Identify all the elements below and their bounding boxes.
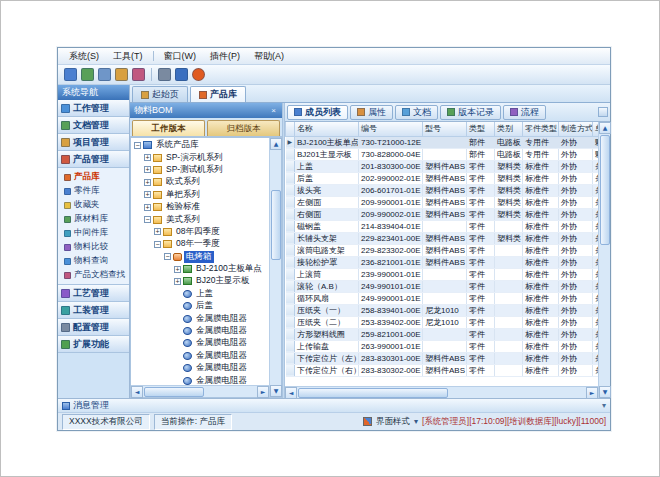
nav-section[interactable]: 项目管理 <box>58 134 129 151</box>
expander-icon[interactable]: + <box>144 154 151 161</box>
row-selector[interactable] <box>286 160 295 172</box>
column-header[interactable]: 名称 <box>295 122 359 136</box>
layout-icon[interactable] <box>598 107 608 117</box>
document-tab[interactable]: 起始页 <box>132 86 188 102</box>
row-selector[interactable] <box>286 208 295 220</box>
chevron-down-icon[interactable]: ▾ <box>602 401 606 410</box>
row-selector[interactable]: ▶ <box>286 136 295 148</box>
tree-item[interactable]: + SP-演示机系列 <box>131 151 269 163</box>
expander-icon[interactable]: − <box>164 253 171 260</box>
expander-icon[interactable]: + <box>174 266 181 273</box>
scroll-left-icon[interactable]: ◄ <box>131 386 143 398</box>
table-row[interactable]: 方形塑料线圈 259-821001-00E 零件 标准件 外协 <box>286 328 599 340</box>
expander-icon[interactable]: + <box>144 191 151 198</box>
navigation-icon[interactable] <box>81 68 94 81</box>
tree-item[interactable]: 金属膜电阻器 <box>131 337 269 349</box>
column-header[interactable]: 类别 <box>495 122 523 136</box>
style-label[interactable]: 界面样式 <box>376 416 410 428</box>
row-selector[interactable] <box>286 292 295 304</box>
tree-vertical-scrollbar[interactable]: ▲ ▼ <box>269 138 281 397</box>
table-row[interactable]: 上滚筒 239-990001-01E 零件 标准件 外协 条 <box>286 268 599 280</box>
table-row[interactable]: 拔头亮 206-601701-01E 塑料件ABS 零件 塑料类 标准件 外协 <box>286 184 599 196</box>
menu-item[interactable]: 窗口(W) <box>157 48 204 65</box>
row-selector[interactable] <box>286 172 295 184</box>
row-selector[interactable] <box>286 328 295 340</box>
row-selector[interactable] <box>286 340 295 352</box>
expander-icon[interactable]: − <box>144 216 151 223</box>
nav-item[interactable]: 中间件库 <box>58 226 129 240</box>
version-tab[interactable]: 工作版本 <box>132 120 205 136</box>
nav-section[interactable]: 文档管理 <box>58 117 129 134</box>
table-horizontal-scrollbar[interactable]: ◄ ► <box>285 386 598 398</box>
detail-tab[interactable]: 属性 <box>350 105 393 120</box>
tree-item[interactable]: 后盖 <box>131 300 269 312</box>
table-vertical-scrollbar[interactable]: ▲ ▼ <box>598 122 610 398</box>
nav-item[interactable]: 产品库 <box>58 170 129 184</box>
nav-item[interactable]: 物料比较 <box>58 240 129 254</box>
expander-icon[interactable]: − <box>154 241 161 248</box>
table-row[interactable]: 压纸夹（一） 258-839401-00E 尼龙1010 零件 标准件 外协 <box>286 304 599 316</box>
menu-item[interactable]: 系统(S) <box>62 48 106 65</box>
help-icon[interactable] <box>175 68 188 81</box>
detail-tab[interactable]: 文档 <box>395 105 438 120</box>
tree-item[interactable]: + 欧式系列 <box>131 176 269 188</box>
scroll-up-icon[interactable]: ▲ <box>599 122 611 134</box>
table-row[interactable]: 后盖 202-990002-01E 塑料件ABS 零件 塑料类 标准件 外协 <box>286 172 599 184</box>
scrollbar-thumb[interactable] <box>144 387 204 397</box>
table-row[interactable]: 左侧面 209-990001-01E 塑料件ABS 零件 塑料类 标准件 外协 <box>286 196 599 208</box>
nav-section[interactable]: 工艺管理 <box>58 285 129 302</box>
nav-item[interactable]: 原材料库 <box>58 212 129 226</box>
row-selector[interactable] <box>286 256 295 268</box>
table-row[interactable]: 长辅头支架 229-823401-00E 塑料件ABS 零件 塑料类 标准件 外… <box>286 232 599 244</box>
row-selector[interactable] <box>286 280 295 292</box>
table-row[interactable]: 上传输盘 263-990001-01E 零件 标准件 外协 <box>286 340 599 352</box>
nav-item[interactable]: 零件库 <box>58 184 129 198</box>
table-row[interactable]: 下传定位片（左） 283-830301-00E 塑料件ABS 零件 标准件 外协 <box>286 352 599 364</box>
nav-section[interactable]: 产品管理 <box>58 151 129 168</box>
table-row[interactable]: 接轮松护罩 236-821001-01E 塑料件ABS 零件 标准件 外协 <box>286 256 599 268</box>
scroll-right-icon[interactable]: ► <box>257 386 269 398</box>
nav-section[interactable]: 工装管理 <box>58 302 129 319</box>
scrollbar-thumb[interactable] <box>271 190 281 260</box>
document-tab[interactable]: 产品库 <box>190 86 246 102</box>
tree-item[interactable]: − 电烤箱 <box>131 251 269 263</box>
tree-item[interactable]: + BJ-2100主板单点 <box>131 263 269 275</box>
tree-item[interactable]: + 单把系列 <box>131 189 269 201</box>
tree-horizontal-scrollbar[interactable]: ◄ ► <box>131 385 269 397</box>
tree-item[interactable]: 金属膜电阻器 <box>131 362 269 374</box>
row-selector[interactable] <box>286 232 295 244</box>
detail-tab[interactable]: 版本记录 <box>440 105 501 120</box>
row-selector[interactable] <box>286 304 295 316</box>
row-selector[interactable] <box>286 316 295 328</box>
row-selector[interactable] <box>286 220 295 232</box>
tree-item[interactable]: 上盖 <box>131 288 269 300</box>
menu-item[interactable]: 工具(T) <box>106 48 150 65</box>
table-row[interactable]: ▶ BJ-2100主板单点 730-T21000-12E 部件 电路板 专用件 <box>286 136 599 148</box>
tree-item[interactable]: 金属膜电阻器 <box>131 325 269 337</box>
column-header[interactable]: 制造方式 <box>559 122 593 136</box>
scrollbar-thumb[interactable] <box>298 388 448 398</box>
expander-icon[interactable]: + <box>144 166 151 173</box>
column-header[interactable]: 类型 <box>467 122 495 136</box>
menu-item[interactable]: 帮助(A) <box>247 48 291 65</box>
tree-item[interactable]: + SP-测试机系列 <box>131 164 269 176</box>
tree-item[interactable]: 金属膜电阻器 <box>131 312 269 324</box>
logout-icon[interactable] <box>192 68 205 81</box>
nav-item[interactable]: 物料查询 <box>58 254 129 268</box>
tree-item[interactable]: − 美式系列 <box>131 213 269 225</box>
tree-item[interactable]: − 系统产品库 <box>131 139 269 151</box>
tree-item[interactable]: − 08年一季度 <box>131 238 269 250</box>
expander-icon[interactable]: − <box>134 142 141 149</box>
table-row[interactable]: 上盖 201-830300-00E 塑料件ABS 零件 塑料类 标准件 外协 <box>286 160 599 172</box>
table-row[interactable]: 滚筒电路支架 229-823302-00E 塑料件ABS 零件 标准件 外协 <box>286 244 599 256</box>
table-row[interactable]: BJ201主显示板 730-828000-04E 部件 电路板 专用件 外协 <box>286 148 599 160</box>
nav-section[interactable]: 配置管理 <box>58 319 129 336</box>
mail-icon[interactable] <box>132 68 145 81</box>
row-selector[interactable] <box>286 244 295 256</box>
tree-item[interactable]: + 检验标准 <box>131 201 269 213</box>
table-row[interactable]: 压纸夹（二） 253-839402-00E 尼龙1010 零件 标准件 外协 <box>286 316 599 328</box>
settings-icon[interactable] <box>158 68 171 81</box>
nav-item[interactable]: 收藏夹 <box>58 198 129 212</box>
expander-icon[interactable]: + <box>174 278 181 285</box>
column-header[interactable]: 零件类型 <box>523 122 559 136</box>
